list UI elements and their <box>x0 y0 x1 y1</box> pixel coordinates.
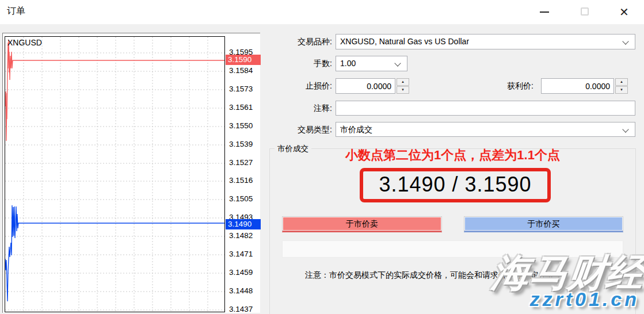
spin-down-icon[interactable]: ▼ <box>615 86 628 94</box>
axis-tick: 3.1561 <box>229 103 253 112</box>
trade-type-value: 市价成交 <box>340 125 372 135</box>
take-profit-input[interactable] <box>541 78 614 94</box>
quote-highlight-box: 3.1490 / 3.1590 <box>360 168 551 202</box>
comment-input[interactable] <box>336 101 635 116</box>
trade-type-select[interactable]: 市价成交 <box>336 122 635 137</box>
take-profit-label: 获利价: <box>471 81 534 91</box>
close-button[interactable]: ✕ <box>612 0 638 24</box>
spin-down-icon[interactable]: ▼ <box>397 86 409 94</box>
minimize-button[interactable] <box>531 0 558 24</box>
symbol-label: 交易品种: <box>269 37 332 47</box>
axis-tick: 3.1437 <box>229 305 253 313</box>
volume-select[interactable]: 1.00 <box>336 56 407 71</box>
tick-chart-plot: XNGUSD <box>5 36 225 312</box>
maximize-button[interactable] <box>571 0 598 24</box>
take-profit-spinner: ▲ ▼ <box>615 78 628 94</box>
axis-tick: 3.1482 <box>229 231 253 240</box>
axis-tick: 3.1516 <box>229 176 253 185</box>
title-bar: 订单 ✕ <box>0 0 644 24</box>
volume-select-value: 1.00 <box>340 59 356 68</box>
spin-up-icon[interactable]: ▲ <box>615 78 628 86</box>
spread-annotation: 小数点第二位为1个点，点差为1.1个点 <box>269 147 636 164</box>
stop-loss-input[interactable] <box>336 78 395 94</box>
spin-up-icon[interactable]: ▲ <box>397 78 409 86</box>
stop-loss-label: 止损价: <box>269 81 332 91</box>
close-icon: ✕ <box>619 5 629 19</box>
chevron-down-icon <box>622 38 628 44</box>
axis-tick: 3.1550 <box>229 121 253 130</box>
sell-by-market-button[interactable]: 于市价卖 <box>282 216 442 232</box>
maximize-icon <box>581 7 589 16</box>
axis-tick: 3.1573 <box>229 85 253 93</box>
comment-label: 注释: <box>269 104 332 114</box>
axis-tick: 3.1448 <box>229 286 253 295</box>
chart-symbol-label: XNGUSD <box>7 38 42 47</box>
volume-label: 手数: <box>269 59 332 69</box>
watermark-site: zzrt01.cn <box>530 288 640 311</box>
symbol-select-value: XNGUSD, Natural Gas vs US Dollar <box>340 37 469 46</box>
axis-tick: 3.1527 <box>229 158 253 167</box>
chevron-down-icon <box>394 60 401 66</box>
symbol-select[interactable]: XNGUSD, Natural Gas vs US Dollar <box>336 34 635 49</box>
bid-price-tag: 3.1490 <box>226 219 261 229</box>
stop-loss-spinner: ▲ ▼ <box>397 78 409 94</box>
trade-type-label: 交易类型: <box>269 125 332 135</box>
axis-tick: 3.1584 <box>229 66 253 75</box>
bid-ask-quote: 3.1490 / 3.1590 <box>363 173 547 197</box>
tick-chart: XNGUSD 3.15953.15843.15733.15613.15503.1… <box>2 33 260 313</box>
minimize-icon <box>540 12 549 13</box>
window-title: 订单 <box>7 5 25 17</box>
axis-tick: 3.1505 <box>229 194 253 203</box>
chevron-down-icon <box>622 126 628 132</box>
axis-tick: 3.1539 <box>229 140 253 148</box>
axis-tick: 3.1459 <box>229 268 253 277</box>
price-axis: 3.15953.15843.15733.15613.15503.15393.15… <box>228 33 261 313</box>
tick-chart-canvas <box>5 37 224 312</box>
ask-price-tag: 3.1590 <box>226 55 261 65</box>
buy-by-market-button[interactable]: 于市价买 <box>464 216 623 232</box>
axis-tick: 3.1471 <box>229 250 253 258</box>
